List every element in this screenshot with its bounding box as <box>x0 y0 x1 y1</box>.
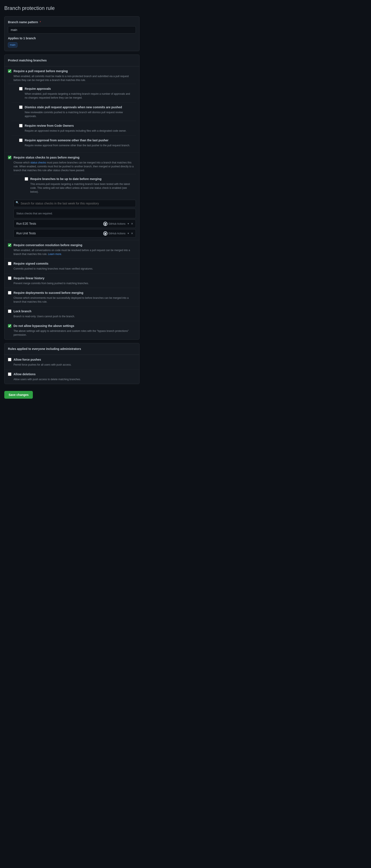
rule-code-owners: Require review from Code Owners Require … <box>11 121 136 135</box>
desc-conversation: When enabled, all conversations on code … <box>13 248 136 256</box>
branch-name-input[interactable] <box>8 26 136 33</box>
github-icon-e2e <box>103 222 107 226</box>
desc-allow-deletions: Allow users with push access to delete m… <box>13 377 81 381</box>
github-actions-badge-unit: GitHub Actions <box>103 231 125 236</box>
github-icon-unit <box>103 231 107 236</box>
rule-conversation: Require conversation resolution before m… <box>4 240 139 259</box>
title-require-approvals: Require approvals <box>25 87 132 91</box>
status-check-unit: Run Unit Tests GitHub Actions ▼ × <box>13 229 136 238</box>
status-check-e2e: Run E2E Tests GitHub Actions ▼ × <box>13 219 136 228</box>
status-checks-empty-box: Status checks that are required. <box>13 209 136 218</box>
learn-more-link[interactable]: Learn more <box>48 253 61 256</box>
rule-allow-deletions: Allow deletions Allow users with push ac… <box>4 369 139 384</box>
branch-tag: main <box>8 42 18 48</box>
checkbox-linear-history[interactable] <box>8 276 11 280</box>
page-title: Branch protection rule <box>4 4 139 12</box>
title-up-to-date: Require branches to be up to date before… <box>30 177 132 181</box>
rule-require-pr: Require a pull request before merging Wh… <box>4 66 139 153</box>
title-dismiss-stale: Dismiss stale pull request approvals whe… <box>25 105 132 110</box>
desc-require-pr: When enabled, all commits must be made t… <box>13 74 136 82</box>
title-conversation: Require conversation resolution before m… <box>13 243 136 247</box>
protect-section-header: Protect matching branches <box>4 55 139 66</box>
title-allow-deletions: Allow deletions <box>13 372 81 376</box>
title-deployments: Require deployments to succeed before me… <box>13 290 136 295</box>
github-actions-label-e2e: GitHub Actions <box>108 222 125 226</box>
desc-dismiss-stale: New reviewable commits pushed to a match… <box>25 111 132 118</box>
title-force-pushes: Allow force pushes <box>13 358 71 362</box>
checkbox-up-to-date[interactable] <box>25 177 28 181</box>
desc-lock-branch: Branch is read-only. Users cannot push t… <box>13 314 75 318</box>
checkbox-status-checks[interactable] <box>8 156 11 159</box>
title-require-pr: Require a pull request before merging <box>13 69 136 73</box>
rule-lock-branch: Lock branch Branch is read-only. Users c… <box>4 307 139 321</box>
status-check-e2e-name: Run E2E Tests <box>16 221 36 226</box>
remove-unit-btn[interactable]: × <box>131 232 133 235</box>
title-signed-commits: Require signed commits <box>13 261 93 266</box>
status-check-e2e-right: GitHub Actions ▼ × <box>103 222 133 226</box>
checkbox-allow-deletions[interactable] <box>8 372 11 376</box>
save-button[interactable]: Save changes <box>4 391 33 399</box>
applies-text: Applies to 1 branch <box>8 36 136 40</box>
dropdown-arrow-unit[interactable]: ▼ <box>127 232 129 235</box>
github-actions-badge-e2e: GitHub Actions <box>103 222 125 226</box>
title-lock-branch: Lock branch <box>13 309 75 314</box>
checkbox-require-approvals[interactable] <box>19 87 23 90</box>
title-other-approver: Require approval from someone other than… <box>25 138 130 143</box>
desc-no-bypass: The above settings will apply to adminis… <box>13 329 136 337</box>
rule-force-pushes: Allow force pushes Permit force pushes f… <box>4 355 139 369</box>
rule-other-approver: Require approval from someone other than… <box>11 135 136 150</box>
rule-no-bypass: Do not allow bypassing the above setting… <box>4 321 139 339</box>
desc-linear-history: Prevent merge commits from being pushed … <box>13 281 89 285</box>
sub-rules-status: Require branches to be up to date before… <box>13 174 136 196</box>
remove-e2e-btn[interactable]: × <box>131 222 133 225</box>
checkbox-deployments[interactable] <box>8 291 11 294</box>
rule-status-checks: Require status checks to pass before mer… <box>4 153 139 240</box>
checkbox-force-pushes[interactable] <box>8 358 11 361</box>
desc-other-approver: Require review approval from someone oth… <box>25 144 130 147</box>
rule-linear-history: Require linear history Prevent merge com… <box>4 273 139 288</box>
github-actions-label-unit: GitHub Actions <box>108 231 125 236</box>
dropdown-arrow-e2e[interactable]: ▼ <box>127 222 129 225</box>
status-check-unit-name: Run Unit Tests <box>16 231 36 236</box>
rule-require-approvals: Require approvals When enabled, pull req… <box>11 84 136 102</box>
branch-name-header: Branch name pattern * <box>8 20 136 25</box>
status-checks-link[interactable]: status checks <box>31 161 46 164</box>
desc-up-to-date: This ensures pull requests targeting a m… <box>30 182 132 194</box>
checkbox-other-approver[interactable] <box>19 138 23 142</box>
rule-up-to-date: Require branches to be up to date before… <box>17 174 136 196</box>
rule-dismiss-stale: Dismiss stale pull request approvals whe… <box>11 102 136 121</box>
checkbox-no-bypass[interactable] <box>8 324 11 328</box>
branch-name-label: Branch name pattern <box>8 21 38 24</box>
desc-code-owners: Require an approved review in pull reque… <box>25 129 126 133</box>
status-check-search-input[interactable] <box>13 200 136 207</box>
checkbox-lock-branch[interactable] <box>8 310 11 313</box>
everyone-section: Rules applied to everyone including admi… <box>4 343 139 384</box>
status-check-search-wrapper <box>13 198 136 207</box>
title-code-owners: Require review from Code Owners <box>25 124 126 128</box>
status-checks-empty-text: Status checks that are required. <box>16 212 53 215</box>
desc-require-approvals: When enabled, pull requests targeting a … <box>25 92 132 100</box>
checkbox-signed-commits[interactable] <box>8 262 11 265</box>
protect-section: Protect matching branches Require a pull… <box>4 55 139 340</box>
desc-status-checks: Choose which status checks must pass bef… <box>13 161 136 172</box>
desc-deployments: Choose which environments must be succes… <box>13 296 136 304</box>
desc-force-pushes: Permit force pushes for all users with p… <box>13 363 71 367</box>
title-linear-history: Require linear history <box>13 276 89 281</box>
title-status-checks: Require status checks to pass before mer… <box>13 155 136 160</box>
checkbox-conversation[interactable] <box>8 243 11 247</box>
desc-signed-commits: Commits pushed to matching branches must… <box>13 267 93 271</box>
title-no-bypass: Do not allow bypassing the above setting… <box>13 324 136 328</box>
everyone-section-header: Rules applied to everyone including admi… <box>4 343 139 355</box>
rule-deployments: Require deployments to succeed before me… <box>4 288 139 307</box>
rule-signed-commits: Require signed commits Commits pushed to… <box>4 259 139 273</box>
sub-rules-pr: Require approvals When enabled, pull req… <box>8 84 136 150</box>
checkbox-require-pr[interactable] <box>8 69 11 73</box>
checkbox-dismiss-stale[interactable] <box>19 105 23 109</box>
required-star: * <box>40 21 41 24</box>
status-check-unit-right: GitHub Actions ▼ × <box>103 231 133 236</box>
checkbox-code-owners[interactable] <box>19 124 23 127</box>
branch-name-card: Branch name pattern * Applies to 1 branc… <box>4 16 139 51</box>
